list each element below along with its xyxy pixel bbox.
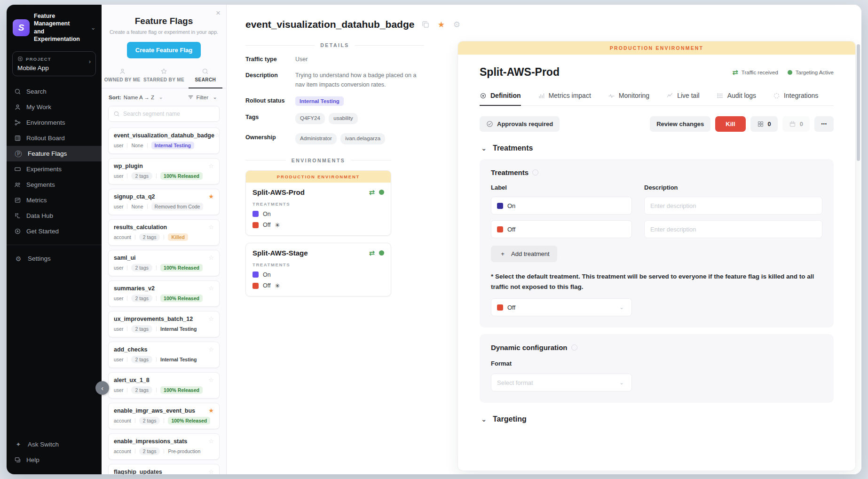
filter-button[interactable]: Filter ⌄: [188, 94, 219, 100]
flag-name: results_calculation: [114, 224, 167, 231]
star-icon[interactable]: ☆: [208, 285, 214, 292]
star-icon[interactable]: ☆: [208, 224, 214, 231]
star-icon[interactable]: ★: [208, 407, 214, 414]
tab-search[interactable]: SEARCH: [185, 66, 226, 88]
targeting-active-dot: [379, 190, 384, 195]
format-select[interactable]: Select format ⌄: [491, 374, 632, 391]
flag-name: wp_plugin: [114, 163, 143, 169]
changes-counter-button[interactable]: 0: [750, 116, 778, 132]
flag-list-item[interactable]: wp_plugin☆ user2 tags100% Released: [108, 158, 220, 184]
add-treatment-button[interactable]: + Add treatment: [491, 246, 557, 262]
close-icon[interactable]: ×: [216, 8, 221, 18]
flag-list-item[interactable]: ux_improvements_batch_12☆ user2 tagsInte…: [108, 311, 220, 337]
review-changes-button[interactable]: Review changes: [650, 116, 710, 132]
star-icon[interactable]: ☆: [208, 438, 214, 445]
star-icon[interactable]: ☆: [208, 376, 214, 383]
copy-icon[interactable]: [421, 20, 430, 29]
treatment-label-input[interactable]: Off: [491, 220, 632, 238]
sidebar-item-rollout-board[interactable]: Rollout Board: [7, 130, 102, 146]
tab-live-tail[interactable]: Live tail: [666, 92, 699, 105]
tab-starred-by-me[interactable]: STARRED BY ME: [143, 66, 184, 88]
sidebar-item-ask-switch[interactable]: ✦ Ask Switch: [7, 437, 102, 452]
sidebar-item-feature-flags[interactable]: Ⓟ Feature Flags: [7, 146, 102, 161]
star-icon[interactable]: ☆: [208, 162, 214, 169]
treatment-description-input[interactable]: [644, 197, 822, 215]
sidebar-item-environments[interactable]: Environments: [7, 115, 102, 130]
flag-list-item[interactable]: results_calculation☆ account2 tagsKilled: [108, 219, 220, 246]
star-icon[interactable]: ★: [437, 21, 445, 29]
search-input[interactable]: [123, 111, 214, 117]
star-icon[interactable]: ☆: [208, 315, 214, 322]
search-icon: [202, 68, 209, 75]
traffic-type-value: User: [295, 55, 308, 64]
scrollbar[interactable]: [857, 44, 860, 161]
sidebar-item-metrics[interactable]: Metrics: [7, 192, 102, 208]
flag-list-item[interactable]: enable_impressions_stats☆ account2 tagsP…: [108, 433, 220, 460]
more-options-button[interactable]: ⋯: [814, 116, 834, 132]
tab-monitoring[interactable]: Monitoring: [608, 92, 649, 105]
star-icon[interactable]: ☆: [214, 132, 220, 139]
treatment-off-chip: [497, 304, 503, 311]
approvals-required-button[interactable]: Approvals required: [480, 116, 560, 132]
tab-integrations[interactable]: Integrations: [773, 92, 818, 105]
create-feature-flag-button[interactable]: Create Feature Flag: [127, 42, 201, 58]
production-banner: PRODUCTION ENVIRONMENT: [246, 171, 391, 183]
star-icon[interactable]: ★: [208, 193, 214, 200]
star-icon[interactable]: ☆: [208, 346, 214, 353]
environment-card-prod[interactable]: PRODUCTION ENVIRONMENT Split-AWS-Prod ⇄ …: [245, 170, 391, 236]
sort-value[interactable]: Name A → Z: [124, 95, 154, 100]
treatment-label-input[interactable]: On: [491, 197, 632, 215]
kill-button[interactable]: Kill: [715, 116, 745, 132]
gear-icon[interactable]: ⚙: [452, 21, 461, 29]
targeting-section-header[interactable]: ⌄ Targeting: [480, 415, 834, 423]
flags-search-box[interactable]: [108, 106, 220, 122]
environment-definition-panel: PRODUCTION ENVIRONMENT Split-AWS-Prod ⇄ …: [458, 41, 855, 471]
star-icon[interactable]: ☆: [208, 468, 214, 474]
branch-icon: [14, 119, 21, 126]
flag-list-item[interactable]: add_checks☆ user2 tagsInternal Testing: [108, 342, 220, 368]
treatments-section-header[interactable]: ⌄ Treatments: [480, 144, 834, 152]
status-badge: Killed: [168, 233, 188, 241]
brand[interactable]: S Feature Management and Experimentation…: [7, 5, 102, 48]
sidebar-item-help[interactable]: Help: [7, 452, 102, 468]
chevron-down-icon[interactable]: ⌄: [89, 24, 97, 31]
flag-name: ux_improvements_batch_12: [114, 316, 193, 322]
status-badge: 100% Released: [160, 386, 203, 394]
sidebar-item-search[interactable]: Search: [7, 84, 102, 99]
sidebar-item-settings[interactable]: ⚙ Settings: [7, 251, 102, 266]
flag-list-item[interactable]: flagship_updates☆ account2 tagsKilled: [108, 464, 220, 474]
flag-list-item[interactable]: alert_ux_1_8☆ user2 tags100% Released: [108, 372, 220, 399]
tab-audit-logs[interactable]: Audit logs: [717, 92, 756, 105]
sidebar-item-segments[interactable]: Segments: [7, 177, 102, 192]
sidebar-item-experiments[interactable]: Experiments: [7, 161, 102, 177]
chevron-down-icon: ⌄: [480, 416, 488, 423]
traffic-received-status: ⇄ Traffic received: [732, 68, 778, 77]
flag-list-item[interactable]: enable_imgr_aws_event_bus★ account2 tags…: [108, 403, 220, 429]
sidebar-item-get-started[interactable]: Get Started: [7, 224, 102, 239]
tab-definition[interactable]: Definition: [480, 92, 521, 105]
sidebar-item-my-work[interactable]: My Work: [7, 99, 102, 115]
environment-card-stage[interactable]: Split-AWS-Stage ⇄ TREATMENTS On Off✳: [245, 243, 391, 296]
treatment-description-input[interactable]: [644, 220, 822, 238]
sidebar-item-data-hub[interactable]: Data Hub: [7, 208, 102, 224]
targeting-active-status: Targeting Active: [788, 70, 834, 75]
project-selector[interactable]: PROJECT Mobile App ›: [12, 51, 96, 76]
schedule-counter-button[interactable]: 0: [782, 116, 810, 132]
tab-owned-by-me[interactable]: OWNED BY ME: [102, 66, 143, 88]
app-window: S Feature Management and Experimentation…: [7, 5, 861, 474]
star-icon[interactable]: ☆: [208, 254, 214, 261]
people-group-icon: [14, 181, 21, 188]
waveform-icon: [666, 92, 673, 99]
flag-list-item[interactable]: saml_ui☆ user2 tags100% Released: [108, 250, 220, 276]
collapse-panel-handle[interactable]: ‹: [95, 381, 109, 395]
chevron-left-icon: ‹: [101, 384, 103, 392]
tab-metrics-impact[interactable]: Metrics impact: [538, 92, 591, 105]
chevron-down-icon[interactable]: ⌄: [157, 95, 165, 100]
flag-list-item[interactable]: summaries_v2☆ user2 tags100% Released: [108, 280, 220, 307]
dynamic-config-heading: Dynamic configuration: [491, 343, 568, 351]
default-treatment-select[interactable]: Off ⌄: [491, 298, 632, 316]
flag-list-item[interactable]: event_visualization_datahub_badge☆ userN…: [108, 128, 220, 154]
details-column: DETAILS Traffic type User Description Tr…: [227, 30, 424, 296]
flag-list-item[interactable]: signup_cta_q2★ userNoneRemoved from Code: [108, 189, 220, 215]
environment-title: Split-AWS-Prod: [480, 66, 560, 79]
